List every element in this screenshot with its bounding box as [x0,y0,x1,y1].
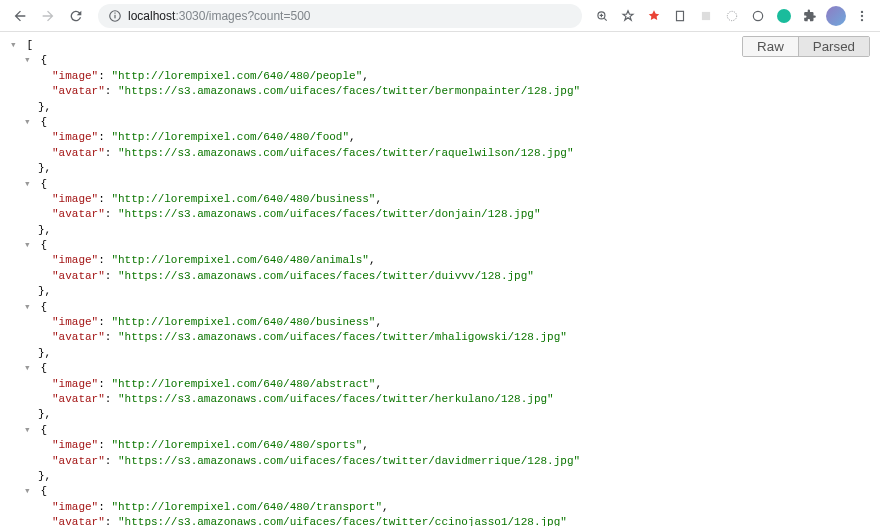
tab-raw[interactable]: Raw [743,37,799,56]
url-path: /images?count=500 [205,9,310,23]
zoom-icon[interactable] [592,6,612,26]
menu-icon[interactable] [852,6,872,26]
url-port: :3030 [175,9,205,23]
json-string-value[interactable]: "http://lorempixel.com/640/480/business" [111,193,375,205]
json-string-value[interactable]: "https://s3.amazonaws.com/uifaces/faces/… [118,85,580,97]
json-string-value[interactable]: "http://lorempixel.com/640/480/transport… [111,501,382,513]
view-mode-tabs: Raw Parsed [742,36,870,57]
extension-icon-5[interactable] [748,6,768,26]
toggle-icon[interactable]: ▾ [24,177,34,192]
json-string-value[interactable]: "https://s3.amazonaws.com/uifaces/faces/… [118,270,534,282]
toggle-icon[interactable]: ▾ [10,38,20,53]
json-string-value[interactable]: "http://lorempixel.com/640/480/abstract" [111,378,375,390]
svg-rect-7 [677,11,684,20]
url-host: localhost [128,9,175,23]
forward-button[interactable] [36,4,60,28]
star-icon[interactable] [618,6,638,26]
svg-point-13 [861,18,863,20]
back-button[interactable] [8,4,32,28]
tab-parsed[interactable]: Parsed [799,37,869,56]
extension-icon-1[interactable] [644,6,664,26]
json-viewer: Raw Parsed ▾ [▾ {"image": "http://loremp… [0,32,880,526]
json-string-value[interactable]: "https://s3.amazonaws.com/uifaces/faces/… [118,208,540,220]
extension-icon-2[interactable] [670,6,690,26]
site-info-icon [108,9,122,23]
json-string-value[interactable]: "https://s3.amazonaws.com/uifaces/faces/… [118,393,554,405]
json-string-value[interactable]: "http://lorempixel.com/640/480/people" [111,70,362,82]
toolbar-actions [592,6,872,26]
arrow-left-icon [12,8,28,24]
toggle-icon[interactable]: ▾ [24,53,34,68]
json-string-value[interactable]: "http://lorempixel.com/640/480/animals" [111,254,368,266]
json-string-value[interactable]: "http://lorempixel.com/640/480/food" [111,131,349,143]
svg-rect-2 [114,12,115,13]
json-string-value[interactable]: "http://lorempixel.com/640/480/business" [111,316,375,328]
address-bar[interactable]: localhost:3030/images?count=500 [98,4,582,28]
arrow-right-icon [40,8,56,24]
extension-icon-3[interactable] [696,6,716,26]
toggle-icon[interactable]: ▾ [24,115,34,130]
json-string-value[interactable]: "https://s3.amazonaws.com/uifaces/faces/… [118,147,573,159]
extension-icon-4[interactable] [722,6,742,26]
toggle-icon[interactable]: ▾ [24,484,34,499]
svg-rect-1 [114,14,115,17]
json-string-value[interactable]: "https://s3.amazonaws.com/uifaces/faces/… [118,516,567,526]
toggle-icon[interactable]: ▾ [24,423,34,438]
extension-icon-6[interactable] [774,6,794,26]
svg-point-12 [861,14,863,16]
svg-point-11 [861,10,863,12]
json-tree[interactable]: ▾ [▾ {"image": "http://lorempixel.com/64… [10,38,880,526]
reload-icon [68,8,84,24]
browser-toolbar: localhost:3030/images?count=500 [0,0,880,32]
reload-button[interactable] [64,4,88,28]
toggle-icon[interactable]: ▾ [24,238,34,253]
svg-rect-8 [702,11,710,19]
svg-point-9 [727,11,736,20]
toggle-icon[interactable]: ▾ [24,300,34,315]
json-string-value[interactable]: "https://s3.amazonaws.com/uifaces/faces/… [118,455,580,467]
json-string-value[interactable]: "http://lorempixel.com/640/480/sports" [111,439,362,451]
extensions-icon[interactable] [800,6,820,26]
svg-point-10 [753,11,762,20]
json-string-value[interactable]: "https://s3.amazonaws.com/uifaces/faces/… [118,331,567,343]
svg-line-4 [604,18,606,20]
profile-avatar[interactable] [826,6,846,26]
toggle-icon[interactable]: ▾ [24,361,34,376]
